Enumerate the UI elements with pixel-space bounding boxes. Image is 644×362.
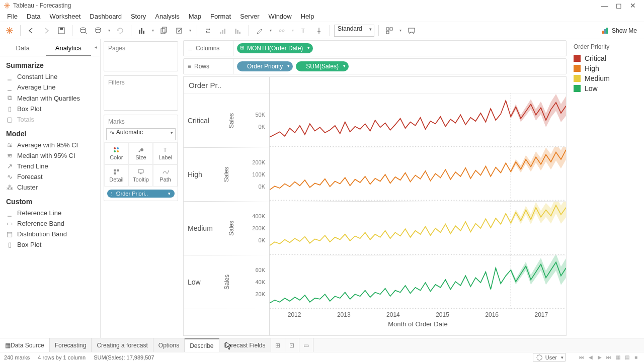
menu-map[interactable]: Map — [185, 12, 205, 21]
color-legend[interactable]: Order Priority CriticalHighMediumLow — [569, 39, 644, 338]
analytics-ref-line[interactable]: ⎯Reference Line — [0, 208, 100, 218]
plot-row[interactable] — [270, 255, 566, 309]
analytics-forecast[interactable]: ∿Forecast — [0, 171, 100, 182]
analytics-med-ci[interactable]: ≋Median with 95% CI — [0, 150, 100, 161]
group-button[interactable] — [275, 24, 288, 37]
tabs-view-icon[interactable]: ▦ — [614, 354, 622, 361]
new-worksheet-button[interactable] — [135, 24, 148, 37]
close-button[interactable]: ✕ — [626, 0, 640, 11]
save-button[interactable] — [55, 24, 68, 37]
marks-pill-order-priority[interactable]: Order Priori..▾ — [107, 190, 175, 198]
plot-row[interactable] — [270, 202, 566, 255]
rows-shelf[interactable]: ≡Rows Order Priority▾ SUM(Sales)▾ — [183, 58, 567, 74]
undo-button[interactable] — [25, 24, 38, 37]
legend-item[interactable]: High — [574, 63, 639, 73]
new-story-button[interactable]: ▭ — [299, 338, 313, 352]
analytics-box-plot[interactable]: ▯Box Plot — [0, 104, 100, 114]
duplicate-button[interactable] — [157, 24, 171, 37]
clear-button[interactable] — [173, 24, 186, 37]
data-source-tab[interactable]: ▦ Data Source — [0, 338, 50, 352]
marks-size[interactable]: Size — [129, 142, 153, 164]
menu-format[interactable]: Format — [206, 12, 235, 21]
first-sheet-icon[interactable]: ⏮ — [578, 354, 586, 361]
highlight-dropdown[interactable]: ▾ — [268, 28, 273, 33]
pause-dropdown-icon[interactable]: ▾ — [107, 28, 112, 33]
pane-menu-icon[interactable]: ◂ — [91, 41, 100, 56]
next-sheet-icon[interactable]: ▶ — [596, 354, 604, 361]
pause-updates-button[interactable] — [92, 24, 105, 37]
last-sheet-icon[interactable]: ⏭ — [605, 354, 613, 361]
menu-help[interactable]: Help — [297, 12, 318, 21]
show-cards-dropdown[interactable]: ▾ — [398, 28, 403, 33]
minimize-button[interactable]: — — [598, 0, 612, 11]
pin-button[interactable] — [312, 24, 326, 37]
menu-story[interactable]: Story — [127, 12, 150, 21]
analytics-median-quartiles[interactable]: ⧉Median with Quartiles — [0, 93, 100, 104]
tab-analytics[interactable]: Analytics — [46, 41, 92, 56]
sheet-tab[interactable]: Creating a forecast — [92, 338, 153, 352]
analytics-avg-ci[interactable]: ≋Average with 95% CI — [0, 140, 100, 150]
sheet-tab[interactable]: Options — [153, 338, 185, 352]
menu-data[interactable]: Data — [23, 12, 44, 21]
clear-dropdown[interactable]: ▾ — [188, 28, 193, 33]
refresh-button[interactable] — [114, 24, 127, 37]
redo-button[interactable] — [40, 24, 53, 37]
new-datasource-button[interactable] — [76, 24, 90, 37]
swap-button[interactable] — [201, 24, 214, 37]
marks-tooltip[interactable]: Tooltip — [129, 164, 153, 187]
sheet-tab[interactable]: Forecasting — [50, 338, 92, 352]
highlight-button[interactable] — [253, 24, 266, 37]
menu-analysis[interactable]: Analysis — [151, 12, 183, 21]
labels-button[interactable]: T — [297, 24, 310, 37]
fit-select[interactable]: Standard — [334, 25, 374, 37]
show-me-button[interactable]: Show Me — [598, 26, 641, 35]
analytics-constant-line[interactable]: ⎯Constant Line — [0, 71, 100, 82]
filmstrip-view-icon[interactable]: ▤ — [623, 354, 631, 361]
marks-type-select[interactable]: ∿ Automatic — [106, 128, 176, 140]
plot-row[interactable] — [270, 147, 566, 201]
sheet-tab[interactable]: Forecast Fields — [219, 338, 271, 352]
maximize-button[interactable]: ◻ — [612, 0, 626, 11]
analytics-dist-band[interactable]: ▤Distribution Band — [0, 229, 100, 239]
pages-card[interactable]: Pages — [104, 41, 178, 71]
presentation-button[interactable] — [405, 24, 418, 37]
menu-file[interactable]: File — [3, 12, 22, 21]
marks-detail[interactable]: Detail — [104, 164, 129, 187]
legend-item[interactable]: Medium — [574, 73, 639, 83]
menu-dashboard[interactable]: Dashboard — [86, 12, 126, 21]
plot-row[interactable] — [270, 94, 566, 147]
sorter-view-icon[interactable]: ■ — [632, 354, 640, 361]
filters-card[interactable]: Filters — [104, 75, 178, 111]
new-dashboard-button[interactable]: ⊡ — [285, 338, 299, 352]
user-menu[interactable]: ◯ User — [533, 353, 566, 361]
sort-asc-button[interactable] — [216, 24, 229, 37]
analytics-average-line[interactable]: ⎯Average Line — [0, 82, 100, 93]
svg-point-27 — [279, 30, 281, 32]
show-cards-button[interactable] — [383, 24, 396, 37]
new-sheet-button[interactable]: ⊞ — [271, 338, 285, 352]
menu-worksheet[interactable]: Worksheet — [45, 12, 85, 21]
chart-view[interactable]: Order Pr.. CriticalSales50K0KHighSales20… — [183, 76, 567, 336]
tab-data[interactable]: Data — [0, 41, 46, 56]
group-dropdown[interactable]: ▾ — [290, 28, 295, 33]
prev-sheet-icon[interactable]: ◀ — [587, 354, 595, 361]
sheet-tab[interactable]: Describe — [185, 338, 219, 352]
rows-pill-sum-sales[interactable]: SUM(Sales)▾ — [296, 61, 349, 71]
menu-server[interactable]: Server — [236, 12, 263, 21]
sort-desc-button[interactable] — [231, 24, 245, 37]
tableau-icon[interactable] — [3, 24, 16, 37]
analytics-box-plot-2[interactable]: ▯Box Plot — [0, 239, 100, 250]
columns-pill-month[interactable]: ⊞MONTH(Order Date)▾ — [237, 43, 313, 53]
marks-color[interactable]: Color — [104, 142, 129, 164]
analytics-cluster[interactable]: ⁂Cluster — [0, 182, 100, 193]
legend-item[interactable]: Low — [574, 83, 639, 94]
marks-path[interactable]: Path — [153, 164, 178, 187]
columns-shelf[interactable]: ≣Columns ⊞MONTH(Order Date)▾ — [183, 40, 567, 56]
marks-label[interactable]: TLabel — [153, 142, 178, 164]
new-worksheet-dropdown[interactable]: ▾ — [150, 28, 155, 33]
menu-window[interactable]: Window — [264, 12, 295, 21]
rows-pill-order-priority[interactable]: Order Priority▾ — [237, 61, 293, 71]
analytics-ref-band[interactable]: ▭Reference Band — [0, 218, 100, 229]
analytics-trend-line[interactable]: ↗Trend Line — [0, 161, 100, 171]
legend-item[interactable]: Critical — [574, 53, 639, 63]
